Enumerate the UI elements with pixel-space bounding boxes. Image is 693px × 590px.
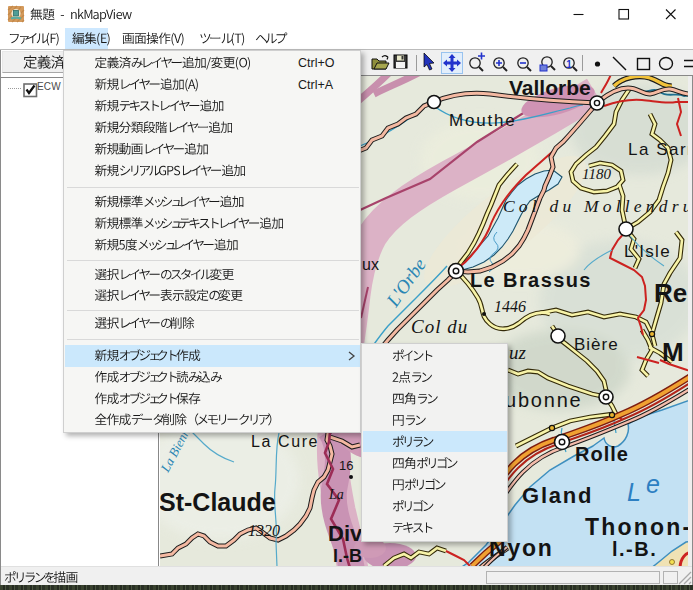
svg-text:La: La bbox=[328, 487, 344, 502]
svg-text:St-Claude: St-Claude bbox=[160, 488, 276, 516]
svg-text:1320: 1320 bbox=[248, 522, 280, 539]
svg-text:1446: 1446 bbox=[494, 298, 526, 315]
svg-text:1: 1 bbox=[566, 59, 572, 70]
svg-text:uz: uz bbox=[509, 342, 527, 363]
svg-text:L'Isle: L'Isle bbox=[624, 242, 671, 261]
svg-text:La Sarr: La Sarr bbox=[628, 140, 688, 159]
svg-text:Div: Div bbox=[328, 521, 363, 546]
svg-text:Col du: Col du bbox=[411, 316, 468, 337]
svg-text:l.-B.: l.-B. bbox=[612, 538, 657, 560]
svg-text:La Cure: La Cure bbox=[251, 433, 319, 450]
svg-text:16: 16 bbox=[339, 458, 353, 473]
svg-text:1180: 1180 bbox=[582, 166, 611, 182]
svg-text:ux: ux bbox=[362, 256, 379, 273]
svg-text:Mouthe: Mouthe bbox=[449, 111, 517, 130]
svg-text:Thonon-: Thonon- bbox=[585, 514, 688, 540]
svg-text:Bière: Bière bbox=[574, 335, 619, 354]
svg-text:Gland: Gland bbox=[522, 483, 593, 508]
svg-text:Rolle: Rolle bbox=[575, 443, 629, 465]
svg-text:l.-B: l.-B bbox=[333, 546, 362, 566]
svg-text:ubonne: ubonne bbox=[505, 389, 583, 411]
svg-text:M: M bbox=[662, 337, 684, 367]
svg-text:Vallorbe: Vallorbe bbox=[509, 76, 591, 99]
svg-text:Col du Mollendruz: Col du Mollendruz bbox=[503, 196, 688, 216]
svg-text:Le Brassus: Le Brassus bbox=[470, 269, 592, 291]
svg-text:L: L bbox=[627, 478, 641, 506]
svg-text:e: e bbox=[646, 470, 660, 498]
svg-text:Ren: Ren bbox=[654, 278, 688, 308]
